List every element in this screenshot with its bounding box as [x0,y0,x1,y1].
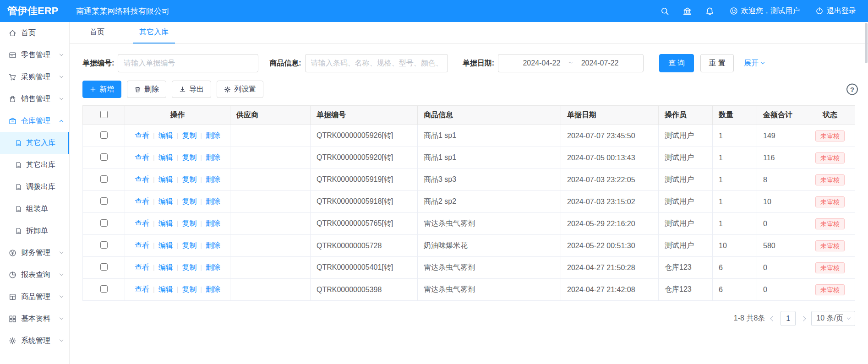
copy-link[interactable]: 复制 [182,219,197,227]
date-to-value: 2024-07-22 [581,59,619,67]
sidebar-item-finance[interactable]: 财务管理 [0,242,69,264]
scrollbar[interactable] [864,22,868,364]
sidebar-subitem-disassembly[interactable]: 拆卸单 [0,220,69,242]
select-all-checkbox[interactable] [100,111,108,118]
sidebar-item-purchase[interactable]: 采购管理 [0,66,69,88]
shop-bag-icon [9,95,16,103]
view-link[interactable]: 查看 [135,175,149,183]
view-link[interactable]: 查看 [135,263,149,271]
sidebar-subitem-transfer-outbound[interactable]: 调拨出库 [0,176,69,198]
row-checkbox[interactable] [100,153,108,161]
sidebar-item-reports[interactable]: 报表查询 [0,264,69,286]
edit-link[interactable]: 编辑 [158,153,173,161]
edit-link[interactable]: 编辑 [158,175,173,183]
delete-link[interactable]: 删除 [206,263,220,271]
scrollbar-thumb[interactable] [865,23,868,63]
delete-link[interactable]: 删除 [206,175,220,183]
sidebar-item-sales[interactable]: 销售管理 [0,88,69,110]
edit-link[interactable]: 编辑 [158,219,173,227]
status-badge: 未审核 [815,152,845,163]
copy-link[interactable]: 复制 [182,285,197,293]
goods-info-input[interactable] [305,54,448,72]
sidebar-subitem-other-outbound[interactable]: 其它出库 [0,154,69,176]
help-icon[interactable]: ? [846,84,858,95]
row-checkbox[interactable] [100,263,108,271]
view-link[interactable]: 查看 [135,285,149,293]
page-size-value: 10 条/页 [816,314,843,323]
view-link[interactable]: 查看 [135,241,149,249]
row-checkbox[interactable] [100,131,108,139]
delete-link[interactable]: 删除 [206,153,220,161]
cell-date: 2024-07-07 23:45:50 [561,125,659,147]
date-range-picker[interactable]: 2024-04-22 ~ 2024-07-22 [498,54,644,72]
sidebar-item-basic-data[interactable]: 基本资料 [0,308,69,330]
bank-icon[interactable] [683,7,692,16]
export-button[interactable]: 导出 [172,81,211,98]
add-button[interactable]: 新增 [82,81,121,98]
link-separator [149,219,158,227]
search-icon[interactable] [661,7,669,16]
link-separator [173,175,182,183]
row-checkbox[interactable] [100,285,108,293]
inbound-table: 操作 供应商 单据编号 商品信息 单据日期 操作员 数量 金额合计 状态 查看编… [82,105,855,301]
reset-button[interactable]: 重 置 [700,54,733,72]
welcome-text: 欢迎您，测试用户 [741,6,800,16]
row-checkbox[interactable] [100,197,108,205]
sidebar-subitem-other-inbound[interactable]: 其它入库 [0,132,69,154]
date-separator: ~ [568,59,573,67]
copy-link[interactable]: 复制 [182,175,197,183]
delete-link[interactable]: 删除 [206,219,220,227]
view-link[interactable]: 查看 [135,131,149,139]
page-size-select[interactable]: 10 条/页 [811,311,855,326]
sidebar-subitem-assembly[interactable]: 组装单 [0,198,69,220]
edit-link[interactable]: 编辑 [158,241,173,249]
sidebar-item-system[interactable]: 系统管理 [0,330,69,352]
row-checkbox[interactable] [100,241,108,249]
copy-link[interactable]: 复制 [182,263,197,271]
edit-link[interactable]: 编辑 [158,263,173,271]
copy-link[interactable]: 复制 [182,197,197,205]
edit-link[interactable]: 编辑 [158,197,173,205]
view-link[interactable]: 查看 [135,197,149,205]
column-settings-button[interactable]: 列设置 [217,81,263,98]
prev-page-button[interactable] [771,317,775,321]
tab-other-inbound[interactable]: 其它入库 [133,22,175,43]
next-page-button[interactable] [802,317,805,321]
sidebar-item-warehouse[interactable]: 仓库管理 [0,110,69,132]
copy-link[interactable]: 复制 [182,153,197,161]
view-link[interactable]: 查看 [135,219,149,227]
sidebar-item-goods[interactable]: 商品管理 [0,286,69,308]
cell-bill-no: QTRK00000005765[转] [311,213,418,235]
logout-button[interactable]: 退出登录 [815,6,856,16]
sidebar-item-home[interactable]: 首页 [0,22,69,44]
sidebar-item-retail[interactable]: 零售管理 [0,44,69,66]
expand-link[interactable]: 展开 [744,59,764,68]
user-menu[interactable]: 欢迎您，测试用户 [730,6,800,16]
tab-home[interactable]: 首页 [83,22,111,43]
edit-link[interactable]: 编辑 [158,285,173,293]
bill-no-input[interactable] [118,54,258,72]
edit-link[interactable]: 编辑 [158,131,173,139]
trash-icon [134,86,141,93]
logout-text: 退出登录 [827,6,856,16]
row-checkbox[interactable] [100,175,108,183]
current-page-button[interactable]: 1 [781,311,796,326]
cell-goods: 商品1 sp1 [418,125,561,147]
delete-link[interactable]: 删除 [206,285,220,293]
row-checkbox[interactable] [100,219,108,227]
plus-icon [90,86,96,92]
search-button[interactable]: 查 询 [659,54,694,72]
view-link[interactable]: 查看 [135,153,149,161]
delete-link[interactable]: 删除 [206,241,220,249]
copy-link[interactable]: 复制 [182,131,197,139]
copy-link[interactable]: 复制 [182,241,197,249]
cell-amount: 0 [757,279,805,301]
cell-supplier [230,279,311,301]
delete-link[interactable]: 删除 [206,131,220,139]
delete-link[interactable]: 删除 [206,197,220,205]
cell-qty: 6 [713,257,757,279]
delete-button[interactable]: 删除 [127,81,166,98]
bell-icon[interactable] [705,7,714,16]
cell-date: 2024-07-03 23:15:02 [561,191,659,213]
filter-bar: 单据编号: 商品信息: 单据日期: 2024-04-22 ~ 2024-07-2… [82,54,855,72]
